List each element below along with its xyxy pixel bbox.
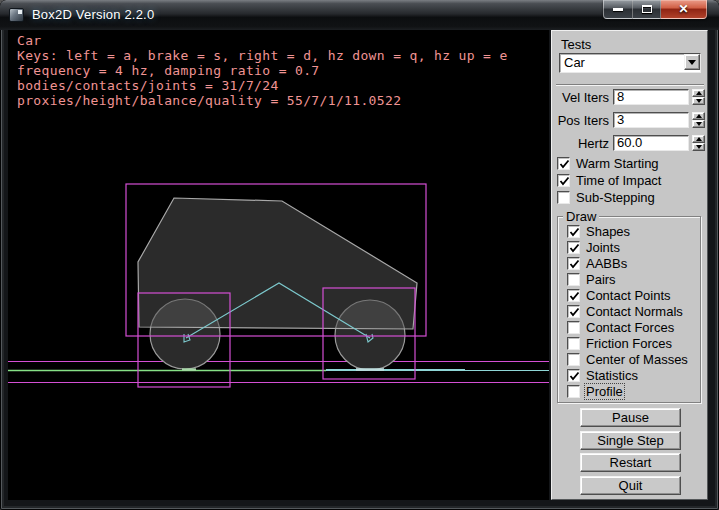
sub-stepping-checkbox[interactable]: Sub-Stepping [557, 190, 655, 204]
simulation-canvas[interactable]: CarKeys: left = a, brake = s, right = d,… [8, 30, 549, 500]
draw-group-title: Draw [563, 209, 599, 224]
joints-label: Joints [586, 241, 620, 254]
check-icon [569, 259, 580, 270]
hertz-stepper [692, 135, 705, 151]
shapes-checkbox[interactable]: Shapes [567, 224, 630, 238]
maximize-button[interactable] [633, 0, 661, 19]
window-title: Box2D Version 2.2.0 [32, 7, 154, 22]
checkbox-box[interactable] [567, 273, 580, 286]
pos-iters-down-button[interactable] [692, 120, 705, 128]
minimize-icon [613, 8, 623, 11]
maximize-icon [642, 5, 652, 13]
statistics-checkbox[interactable]: Statistics [567, 368, 638, 382]
profile-label: Profile [586, 385, 623, 398]
profile-checkbox[interactable]: Profile [567, 384, 623, 398]
close-icon: ✕ [678, 3, 688, 15]
checkbox-box[interactable] [567, 385, 580, 398]
arrow-up-icon [696, 91, 702, 95]
contact-normals-checkbox[interactable]: Contact Normals [567, 304, 683, 318]
restart-button[interactable]: Restart [580, 453, 681, 472]
debug-text-overlay: CarKeys: left = a, brake = s, right = d,… [17, 33, 508, 108]
checkbox-box[interactable] [567, 305, 580, 318]
checkbox-box[interactable] [567, 289, 580, 302]
hud-counts: bodies/contacts/joints = 31/7/24 [17, 78, 508, 93]
time-of-impact-checkbox[interactable]: Time of Impact [557, 173, 661, 187]
single-step-button[interactable]: Single Step [580, 431, 681, 450]
chevron-down-icon [688, 60, 696, 65]
checkbox-box[interactable] [567, 225, 580, 238]
hertz-down-button[interactable] [692, 143, 705, 151]
warm-starting-label: Warm Starting [576, 157, 659, 170]
contact-points-label: Contact Points [586, 289, 671, 302]
draw-group: Draw Shapes Joints AABBs Pairs Contact P… [557, 216, 701, 403]
minimize-button[interactable] [603, 0, 633, 19]
checkbox-box[interactable] [557, 157, 570, 170]
statistics-label: Statistics [586, 369, 638, 382]
contact-normals-label: Contact Normals [586, 305, 683, 318]
control-panel: Tests Car Vel Iters 8 Pos Iters 3 Hertz [551, 30, 708, 500]
hertz-input[interactable]: 60.0 [613, 135, 689, 151]
checkbox-box[interactable] [567, 257, 580, 270]
tests-dropdown-button[interactable] [684, 54, 700, 70]
hud-keys: Keys: left = a, brake = s, right = d, hz… [17, 48, 508, 63]
close-button[interactable]: ✕ [661, 0, 707, 19]
pos-iters-up-button[interactable] [692, 112, 705, 120]
arrow-down-icon [696, 99, 702, 103]
hud-test-name: Car [17, 33, 508, 48]
window-controls: ✕ [603, 0, 707, 19]
aabbs-checkbox[interactable]: AABBs [567, 256, 627, 270]
arrow-down-icon [696, 122, 702, 126]
checkbox-box[interactable] [567, 241, 580, 254]
check-icon [569, 227, 580, 238]
sub-stepping-label: Sub-Stepping [576, 191, 655, 204]
pos-iters-stepper [692, 112, 705, 128]
tests-label: Tests [561, 37, 591, 52]
joints-checkbox[interactable]: Joints [567, 240, 620, 254]
pairs-checkbox[interactable]: Pairs [567, 272, 616, 286]
tests-dropdown-value[interactable]: Car [559, 53, 701, 73]
pos-iters-row: Pos Iters 3 [552, 112, 709, 128]
contact-forces-label: Contact Forces [586, 321, 674, 334]
warm-starting-checkbox[interactable]: Warm Starting [557, 156, 659, 170]
friction-forces-checkbox[interactable]: Friction Forces [567, 336, 672, 350]
car-chassis [138, 198, 417, 329]
check-icon [569, 291, 580, 302]
checkbox-box[interactable] [567, 337, 580, 350]
app-icon [9, 8, 24, 22]
arrow-down-icon [696, 145, 702, 149]
check-icon [559, 176, 570, 187]
center-of-masses-checkbox[interactable]: Center of Masses [567, 352, 688, 366]
checkbox-box[interactable] [567, 369, 580, 382]
checkbox-box[interactable] [567, 353, 580, 366]
separator [556, 84, 704, 86]
vel-iters-row: Vel Iters 8 [552, 89, 709, 105]
quit-button[interactable]: Quit [580, 476, 681, 495]
pos-iters-input[interactable]: 3 [613, 112, 689, 128]
checkbox-box[interactable] [567, 321, 580, 334]
contact-points-checkbox[interactable]: Contact Points [567, 288, 671, 302]
pause-button[interactable]: Pause [580, 408, 681, 427]
tests-dropdown[interactable]: Car [559, 53, 701, 73]
pos-iters-label: Pos Iters [552, 113, 609, 128]
vel-iters-up-button[interactable] [692, 89, 705, 97]
pairs-label: Pairs [586, 273, 616, 286]
checkbox-box[interactable] [557, 174, 570, 187]
check-icon [569, 307, 580, 318]
checkbox-box[interactable] [557, 191, 570, 204]
aabbs-label: AABBs [586, 257, 627, 270]
friction-forces-label: Friction Forces [586, 337, 672, 350]
hertz-up-button[interactable] [692, 135, 705, 143]
arrow-up-icon [696, 137, 702, 141]
hertz-label: Hertz [552, 136, 609, 151]
vel-iters-label: Vel Iters [552, 90, 609, 105]
check-icon [559, 159, 570, 170]
contact-forces-checkbox[interactable]: Contact Forces [567, 320, 674, 334]
hud-frequency: frequency = 4 hz, damping ratio = 0.7 [17, 63, 508, 78]
check-icon [569, 371, 580, 382]
vel-iters-input[interactable]: 8 [613, 89, 689, 105]
check-icon [569, 243, 580, 254]
shapes-label: Shapes [586, 225, 630, 238]
hertz-row: Hertz 60.0 [552, 135, 709, 151]
vel-iters-down-button[interactable] [692, 97, 705, 105]
title-bar[interactable]: Box2D Version 2.2.0 ✕ [0, 0, 719, 30]
